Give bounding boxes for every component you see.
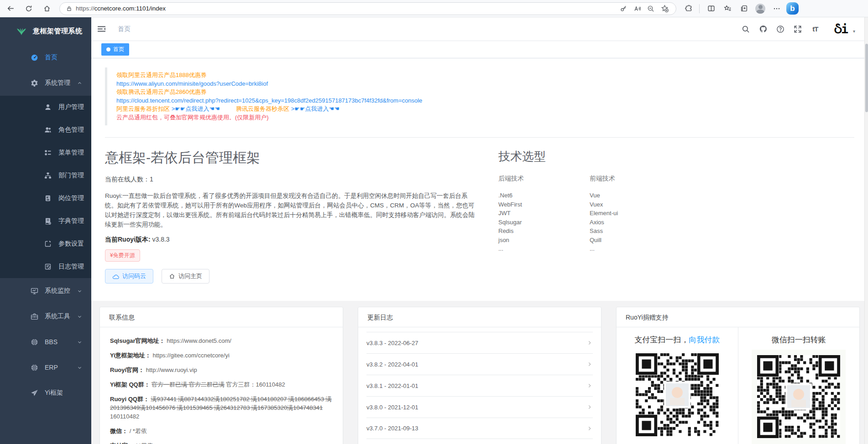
card-title: 更新日志 — [358, 307, 601, 327]
sidebar-item-home[interactable]: 首页 — [0, 45, 91, 70]
notice-enter-link[interactable]: >☛☛点我进入☚☚ — [172, 105, 220, 112]
button-label: 访问码云 — [122, 272, 146, 280]
changelog-item[interactable]: v3.8.1 - 2022-01-01 — [366, 375, 593, 396]
sidebar-item-label: 系统监控 — [45, 287, 70, 295]
browser-back-icon[interactable] — [3, 2, 18, 15]
tab-home[interactable]: 首页 — [101, 43, 129, 56]
notice-link[interactable]: https://www.aliyun.com/minisite/goods?us… — [116, 80, 845, 88]
sidebar-toggle-icon[interactable] — [91, 25, 111, 33]
collections-icon[interactable] — [736, 2, 752, 15]
user-icon — [44, 103, 52, 111]
favorites-icon[interactable] — [720, 2, 735, 15]
browser-refresh-icon[interactable] — [21, 2, 37, 15]
card-title: 联系信息 — [100, 307, 343, 327]
sidebar-item-system-mgmt[interactable]: 系统管理 — [0, 70, 91, 96]
zoom-out-icon[interactable] — [644, 3, 658, 15]
sidebar-item-label: 部门管理 — [58, 171, 84, 180]
sidebar-item-bbs[interactable]: BBS — [0, 329, 91, 355]
extensions-icon[interactable] — [681, 2, 696, 15]
contact-label: Ruoyi QQ群： — [110, 396, 149, 403]
wechat-qr-code — [757, 355, 840, 438]
chevron-down-icon — [77, 264, 82, 269]
contact-row: Ruoyi QQ群： 满937441 满887144332满180251782 … — [110, 395, 333, 421]
profile-avatar[interactable] — [753, 2, 768, 15]
github-icon[interactable] — [754, 21, 772, 37]
contact-value: https://www.donet5.com/ — [167, 337, 231, 344]
split-screen-icon[interactable] — [703, 2, 719, 15]
sidebar-item-yi-framework[interactable]: Yi框架 — [0, 380, 91, 406]
online-count: 当前在线人数：1 — [105, 176, 476, 184]
help-icon[interactable] — [772, 21, 789, 37]
sidebar-item-param-settings[interactable]: 参数设置 — [0, 232, 91, 255]
sidebar-item-system-monitor[interactable]: 系统监控 — [0, 278, 91, 304]
sidebar-item-dept-mgmt[interactable]: 部门管理 — [0, 164, 91, 187]
search-icon[interactable] — [737, 21, 754, 37]
alipay-title: 支付宝扫一扫，向我付款 — [617, 335, 738, 345]
notice-line: 云产品通用红包，可叠加官网常规优惠使用。(仅限新用户) — [116, 114, 845, 122]
site-security-lock-icon[interactable] — [66, 5, 72, 12]
notice-enter-link[interactable]: >☛☛点我进入☚☚ — [291, 105, 340, 112]
url-text[interactable]: https://ccnetcore.com:1101/index — [76, 5, 617, 12]
online-label: 当前在线人数： — [105, 176, 150, 183]
sidebar-item-post-mgmt[interactable]: 岗位管理 — [0, 187, 91, 210]
dashboard-icon — [30, 54, 38, 62]
sidebar-item-log-mgmt[interactable]: 日志管理 — [0, 255, 91, 278]
visit-homepage-button[interactable]: 访问主页 — [162, 269, 209, 284]
sidebar-item-label: 参数设置 — [58, 240, 84, 248]
favorites-add-star-icon[interactable] — [658, 3, 671, 15]
alipay-qr-wrap — [636, 353, 719, 438]
contact-struck-value: 官方一群已满 官方二群已满 — [152, 381, 225, 388]
page-scrollbar[interactable] — [864, 17, 868, 444]
notice-link[interactable]: https://cloud.tencent.com/redirect.php?r… — [116, 97, 845, 105]
leaf-logo-icon — [16, 26, 27, 36]
sidebar-item-erp[interactable]: ERP — [0, 355, 91, 380]
sidebar-item-label: 首页 — [45, 53, 58, 62]
tech-title: 技术选型 — [498, 149, 681, 165]
sidebar-menu: 首页 系统管理 用户管理 角色管理 — [0, 45, 91, 406]
font-size-icon[interactable]: tT — [806, 21, 824, 37]
intro-description: Ruoyi:一直想做一款后台管理系统，看了很多优秀的开源项目但是发现没有合适自己… — [105, 191, 476, 229]
notice-text: 阿里云服务器折扣区 — [116, 105, 170, 112]
wechat-qr-wrap — [752, 350, 846, 444]
sidebar-item-menu-mgmt[interactable]: 菜单管理 — [0, 141, 91, 164]
alipay-pay-link[interactable]: 向我付款 — [689, 336, 720, 344]
scrollbar-thumb[interactable] — [865, 44, 868, 112]
read-aloud-icon[interactable] — [630, 3, 644, 15]
user-menu-logo[interactable]: Ⴢi — [834, 22, 847, 36]
changelog-item[interactable]: v3.7.0 - 2021-09-13 — [366, 418, 593, 439]
breadcrumb: 首页 — [118, 25, 131, 33]
backend-tech-list: 后端技术 .Net6 WebFirst JWT Sqlsugar Redis j… — [498, 175, 590, 254]
button-label: 访问主页 — [178, 272, 202, 280]
changelog-card: 更新日志 v3.8.3 - 2022-06-27 v3.8.2 - 2022-0… — [358, 307, 601, 444]
changelog-label: v3.8.2 - 2022-04-01 — [366, 361, 418, 368]
sidebar-item-label: 角色管理 — [58, 126, 84, 134]
contact-value: 官方三群：160110482 — [226, 381, 285, 388]
contact-row: Ruoyi官网： http://www.ruoyi.vip — [110, 366, 333, 374]
contact-info-card: 联系信息 Sqlsugar官网地址： https://www.donet5.co… — [99, 307, 343, 444]
fullscreen-icon[interactable] — [789, 21, 806, 37]
sidebar-item-dict-mgmt[interactable]: 字典管理 — [0, 210, 91, 232]
donate-body: 支付宝扫一扫，向我付款 微信扫一扫转账 — [617, 327, 859, 444]
visit-gitee-button[interactable]: 访问码云 — [105, 269, 153, 284]
menu-tree-icon — [44, 149, 52, 156]
contact-value: https://gitee.com/ccnetcore/yi — [152, 352, 229, 359]
tech-item: .Net6 — [498, 192, 590, 199]
user-menu-caret-icon[interactable]: ▾ — [853, 29, 855, 34]
chevron-down-icon — [77, 340, 82, 345]
browser-home-icon[interactable] — [39, 2, 55, 15]
sidebar-item-role-mgmt[interactable]: 角色管理 — [0, 119, 91, 141]
sidebar-item-user-mgmt[interactable]: 用户管理 — [0, 96, 91, 119]
sidebar-item-system-tools[interactable]: 系统工具 — [0, 304, 91, 329]
sidebar-item-label: 岗位管理 — [58, 194, 84, 202]
wechat-title: 微信扫一扫转账 — [738, 335, 860, 345]
changelog-item[interactable]: v3.8.0 - 2021-12-01 — [366, 396, 593, 418]
free-open-source-tag: ¥免费开源 — [105, 249, 140, 262]
changelog-item[interactable]: v3.8.2 - 2022-04-01 — [366, 353, 593, 375]
changelog-item[interactable]: v3.8.3 - 2022-06-27 — [366, 332, 593, 353]
address-bar[interactable]: https://ccnetcore.com:1101/index — [59, 2, 676, 15]
app-title: 意框架管理系统 — [33, 27, 83, 36]
tab-label: 首页 — [113, 46, 124, 53]
browser-more-icon[interactable] — [769, 2, 784, 15]
bing-chat-icon[interactable]: b — [786, 2, 799, 15]
password-key-icon[interactable] — [617, 3, 630, 15]
